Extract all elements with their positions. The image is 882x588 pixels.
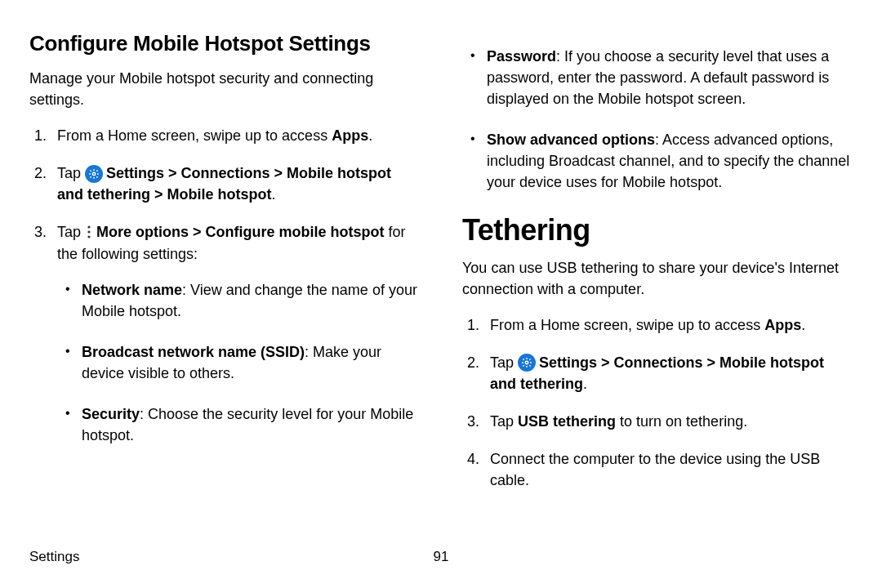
bullet-label: Security (82, 406, 140, 422)
step-text: . (583, 376, 587, 392)
bullet-label: Network name (82, 282, 182, 298)
bullet-security: Security: Choose the security level for … (57, 403, 420, 446)
configure-step-2: Tap Settings > Connections > Mobile hots… (29, 163, 420, 205)
configure-bullets: Network name: View and change the name o… (57, 279, 420, 447)
step-text: From a Home screen, swipe up to access (490, 317, 764, 333)
configure-steps: From a Home screen, swipe up to access A… (29, 125, 420, 446)
bullet-label: Password (487, 48, 556, 65)
settings-path: Settings > Connections > Mobile hotspot … (57, 165, 391, 203)
step-text: From a Home screen, swipe up to access (57, 127, 332, 144)
bullet-password: Password: If you choose a security level… (462, 46, 853, 109)
left-column: Configure Mobile Hotspot Settings Manage… (29, 31, 420, 507)
bullet-network-name: Network name: View and change the name o… (57, 279, 420, 322)
step-text: . (801, 317, 805, 333)
svg-point-3 (87, 235, 90, 238)
tethering-step-2: Tap Settings > Connections > Mobile hots… (462, 352, 853, 394)
page-footer: Settings 91 (29, 549, 853, 565)
settings-gear-icon (85, 165, 103, 183)
tethering-intro: You can use USB tethering to share your … (462, 257, 853, 300)
bullet-advanced-options: Show advanced options: Access advanced o… (462, 129, 853, 193)
usb-tethering-label: USB tethering (518, 413, 616, 430)
apps-label: Apps (332, 127, 368, 144)
more-options-path: More options > Configure mobile hotspot (96, 224, 385, 240)
configure-step-3: Tap More options > Configure mobile hots… (29, 221, 420, 446)
tethering-steps: From a Home screen, swipe up to access A… (462, 314, 853, 492)
tethering-step-1: From a Home screen, swipe up to access A… (462, 314, 853, 336)
settings-path: Settings > Connections > Mobile hotspot … (490, 354, 824, 392)
footer-section-label: Settings (29, 549, 79, 565)
tethering-heading: Tethering (462, 213, 853, 247)
configure-step-1: From a Home screen, swipe up to access A… (29, 125, 420, 146)
svg-point-2 (87, 230, 90, 233)
right-column: Password: If you choose a security level… (462, 31, 853, 507)
step-text: Tap (57, 224, 85, 240)
step-text: . (272, 186, 276, 203)
more-options-icon (85, 225, 93, 239)
configure-intro: Manage your Mobile hotspot security and … (29, 68, 420, 110)
step-text: Tap (490, 413, 518, 430)
svg-point-1 (87, 225, 90, 228)
step-text: Tap (490, 354, 518, 371)
settings-gear-icon (518, 354, 536, 372)
step-text: to turn on tethering. (616, 413, 747, 430)
configure-hotspot-heading: Configure Mobile Hotspot Settings (29, 31, 420, 56)
tethering-step-4: Connect the computer to the device using… (462, 448, 853, 491)
bullet-broadcast-ssid: Broadcast network name (SSID): Make your… (57, 341, 420, 384)
configure-bullets-continued: Password: If you choose a security level… (462, 46, 853, 194)
tethering-step-3: Tap USB tethering to turn on tethering. (462, 411, 853, 432)
svg-point-0 (92, 172, 96, 176)
apps-label: Apps (764, 317, 801, 333)
bullet-label: Show advanced options (487, 131, 655, 148)
step-text: . (368, 127, 372, 144)
footer-page-number: 91 (434, 549, 449, 565)
svg-point-4 (525, 361, 528, 364)
step-text: Tap (57, 165, 85, 181)
bullet-label: Broadcast network name (SSID) (82, 344, 305, 360)
